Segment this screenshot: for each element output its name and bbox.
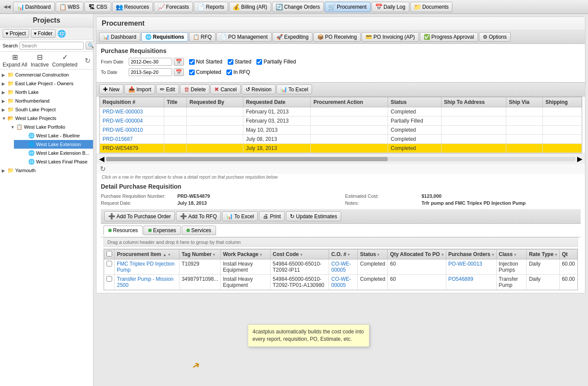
completed-checkbox[interactable] [189, 70, 195, 75]
detail-table-row[interactable]: Transfer Pump - Mission 2500 349879T1098… [104, 275, 578, 290]
add-po-button[interactable]: ➕ Add To Purchase Order [104, 211, 175, 221]
detail-to-excel-button[interactable]: 📊 To Excel [222, 211, 258, 221]
sidebar-globe-btn[interactable]: 🌐 [57, 30, 66, 38]
toggle-west-lake-portfolio[interactable]: ▼ [10, 125, 16, 130]
scroll-right-btn[interactable]: ▶ [577, 155, 582, 163]
table-row[interactable]: PRD-WE-000004 February 03, 2013 Partiall… [100, 116, 582, 126]
toggle-west-lake-projects[interactable]: ▼ [2, 116, 7, 121]
sidebar-item-west-lake-blueline[interactable]: 🌐 West Lake - Blueline [14, 131, 93, 140]
update-estimates-button[interactable]: ↻ Update Estimates [286, 211, 341, 221]
nav-forecasts[interactable]: 📈 Forecasts [154, 2, 193, 12]
cancel-button[interactable]: ✖ Cancel [210, 84, 240, 94]
req-num-link-3[interactable]: PRD-015687 [103, 136, 133, 142]
filter-co-num[interactable]: ▾ [348, 253, 350, 257]
co-link-0[interactable]: CO-WE-00005 [331, 261, 351, 273]
req-num-link-4[interactable]: PRD-WE54879 [103, 145, 138, 151]
toggle-south-lake[interactable]: ▶ [2, 107, 7, 112]
sidebar-item-north-lake[interactable]: ▶ 📁 North Lake [0, 88, 93, 96]
col-tag-number[interactable]: Tag Number ▾ [179, 250, 220, 260]
req-num-link-1[interactable]: PRD-WE-000004 [103, 118, 143, 124]
nav-reports[interactable]: 📄 Reports [194, 2, 228, 12]
nav-change-orders[interactable]: 🔄 Change Orders [272, 2, 324, 12]
col-rate-type[interactable]: Rate Type ▾ [527, 250, 560, 260]
col-qty-allocated[interactable]: Qty Allocated To PO ▾ [388, 250, 446, 260]
tab-po-invoicing[interactable]: 💳 PO Invoicing (AP) [362, 32, 419, 42]
nav-dashboard[interactable]: 📊 Dashboard [13, 2, 55, 12]
filter-cost-code[interactable]: ▾ [300, 253, 302, 257]
filter-class[interactable]: ▾ [514, 253, 516, 257]
nav-resources[interactable]: 👥 Resources [112, 2, 153, 12]
col-purchase-orders[interactable]: Purchase Orders ▾ [446, 250, 496, 260]
sidebar-item-east-lake[interactable]: ▶ 📁 East Lake Project - Owners [0, 79, 93, 88]
col-detail-status[interactable]: Status ▾ [358, 250, 388, 260]
nav-documents[interactable]: 📁 Documents [410, 2, 453, 12]
tab-expediting[interactable]: 🚀 Expediting [272, 32, 312, 42]
nav-wbs[interactable]: 📋 WBS [56, 2, 83, 12]
col-procurement-item[interactable]: Procurement Item ▲ ▾ [115, 250, 179, 260]
sidebar-item-commercial[interactable]: ▶ 📁 Commercial Construction [0, 70, 93, 79]
co-link-1[interactable]: CO-WE-00005 [331, 276, 351, 288]
edit-button[interactable]: ✏ Edit [156, 84, 179, 94]
completed-btn[interactable]: ✓ Completed [52, 53, 77, 68]
expand-all-btn[interactable]: ⊞ Expand All [3, 53, 27, 68]
row-checkbox-0[interactable] [106, 261, 112, 266]
nav-daily-log[interactable]: 📅 Daily Log [372, 2, 409, 12]
folder-btn[interactable]: ▾ Folder [31, 29, 56, 38]
toggle-east-lake[interactable]: ▶ [2, 81, 7, 86]
sidebar-item-west-lake-portfolio[interactable]: ▼ 📋 West Lake Portfolio [7, 123, 93, 131]
col-cost-code[interactable]: Cost Code ▾ [270, 250, 329, 260]
table-row[interactable]: PRD-WE54879 July 18, 2013 Completed [100, 144, 582, 153]
detail-tab-expenses[interactable]: Expenses [143, 226, 181, 235]
row-checkbox-1[interactable] [106, 276, 112, 282]
toggle-yarmouth[interactable]: ▶ [2, 168, 7, 173]
tab-rfq[interactable]: 📋 RFQ [189, 32, 216, 42]
sidebar-item-south-lake[interactable]: ▶ 📁 South Lake Project [0, 105, 93, 114]
to-date-input[interactable] [129, 68, 172, 76]
sidebar-item-northumberland[interactable]: ▶ 📁 Northumberland [0, 96, 93, 105]
toggle-northumberland[interactable]: ▶ [2, 99, 7, 103]
inactive-btn[interactable]: ⊟ Inactive [31, 53, 49, 68]
tab-progress-approval[interactable]: ✅ Progress Approval [420, 32, 478, 42]
in-rfq-checkbox[interactable] [226, 70, 232, 75]
procurement-item-link-0[interactable]: FMC Triplex PD Injection Pump [117, 261, 175, 273]
nav-billing[interactable]: 💰 Billing (AR) [229, 2, 271, 12]
req-num-link-0[interactable]: PRD-WE-000003 [103, 109, 143, 115]
filter-status[interactable]: ▾ [377, 253, 379, 257]
toggle-north-lake[interactable]: ▶ [2, 90, 7, 95]
tab-requisitions[interactable]: 🌐 Requisitions [141, 32, 188, 42]
nav-cbs[interactable]: 🏗 CBS [84, 2, 111, 12]
started-checkbox[interactable] [228, 59, 233, 65]
filter-procurement[interactable]: ▾ [168, 253, 170, 257]
req-num-link-2[interactable]: PRD-WE-000010 [103, 127, 143, 133]
sidebar-item-yarmouth[interactable]: ▶ 📁 Yarmouth [0, 166, 93, 175]
print-button[interactable]: 🖨 Print [259, 211, 285, 221]
search-input[interactable] [20, 42, 84, 50]
from-date-input[interactable] [129, 58, 172, 66]
import-button[interactable]: 📥 Import [124, 84, 155, 94]
select-all-checkbox[interactable] [106, 251, 112, 256]
detail-tab-resources[interactable]: Resources [103, 226, 143, 235]
tab-po-receiving[interactable]: 📦 PO Receiving [313, 32, 361, 42]
filter-po[interactable]: ▾ [492, 253, 494, 257]
table-refresh-btn[interactable]: ↻ [100, 165, 106, 173]
detail-tab-services[interactable]: Services [182, 226, 216, 235]
detail-table-row[interactable]: FMC Triplex PD Injection Pump T10929 Ins… [104, 260, 578, 275]
sidebar-item-west-lakes-final[interactable]: 🌐 West Lakes Final Phase [14, 157, 93, 166]
tab-dashboard[interactable]: 📊 Dashboard [99, 32, 140, 42]
delete-button[interactable]: 🗑 Delete [180, 84, 210, 94]
add-rfq-button[interactable]: ➕ Add To RFQ [176, 211, 221, 221]
filter-rate-type[interactable]: ▾ [555, 253, 557, 257]
scrollbar[interactable] [106, 157, 575, 161]
not-started-checkbox[interactable] [189, 59, 195, 65]
revision-button[interactable]: ↺ Revision [242, 84, 276, 94]
sidebar-item-west-lake-projects[interactable]: ▼ 📂 West Lake Projects [0, 114, 93, 123]
nav-procurement[interactable]: 🛒 Procurement [325, 2, 371, 12]
from-date-calendar[interactable]: 📅 [174, 58, 184, 66]
tab-po-management[interactable]: 📄 PO Management [216, 32, 272, 42]
col-class[interactable]: Class ▾ [496, 250, 527, 260]
nav-back[interactable]: ◀◀ [2, 4, 12, 10]
po-link-1[interactable]: PO546889 [448, 276, 473, 282]
filter-work-package[interactable]: ▾ [260, 253, 262, 257]
toggle-commercial[interactable]: ▶ [2, 73, 7, 77]
to-date-calendar[interactable]: 📅 [174, 68, 184, 76]
